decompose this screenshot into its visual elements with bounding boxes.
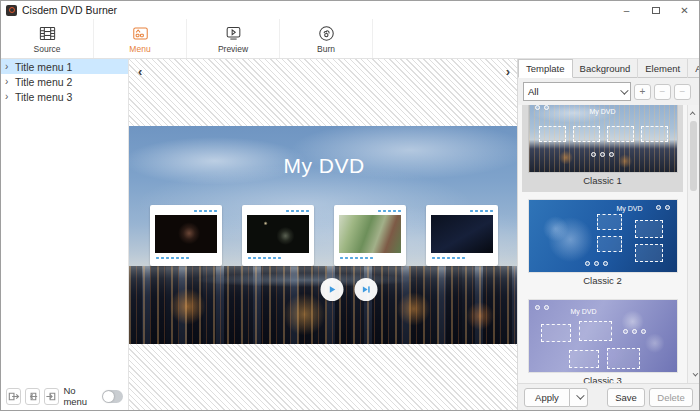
template-list-scrollbar[interactable] [687,105,699,383]
tab-template[interactable]: Template [518,59,573,78]
ornament-dots [431,256,467,260]
toggle-knob [103,391,114,402]
skip-next-icon [361,284,372,295]
video-still [339,215,401,253]
arrow-in-left-icon [26,390,39,403]
sidebar-item-label: Title menu 3 [15,91,72,103]
burn-disc-icon [317,24,336,43]
video-still [431,215,493,253]
remove-template-button-2[interactable]: − [674,84,691,100]
tab-preview-label: Preview [218,44,248,54]
ornament-dots [377,209,401,213]
move-out-button[interactable] [6,388,21,405]
next-page-arrow[interactable]: › [506,65,510,78]
maximize-button[interactable] [641,1,670,19]
tab-element[interactable]: Element [638,59,688,78]
properties-panel: Template Background Element Audio All + … [517,59,699,410]
sidebar-footer: No menu [1,382,128,410]
sidebar-item-label: Title menu 2 [15,76,72,88]
delete-button[interactable]: Delete [649,388,693,407]
scroll-up-arrow[interactable] [688,107,699,119]
film-strip-icon [38,24,57,43]
tab-audio[interactable]: Audio [688,59,700,78]
template-filter-select[interactable]: All [523,82,631,101]
close-button[interactable]: ✕ [670,1,699,19]
panel-footer: Apply Save Delete [518,383,699,410]
template-item-classic-2[interactable]: My DVD Classic 2 [522,195,683,292]
template-name: Classic 1 [527,175,678,187]
template-filter-row: All + − − [518,78,699,105]
expand-chevron-icon[interactable]: › [5,61,15,72]
menu-playback-controls [321,278,378,301]
ornament-dots [339,256,375,260]
menu-editor-canvas: ‹ › My DVD [129,59,519,410]
video-thumbnail-3[interactable] [334,205,406,266]
window-title: Cisdem DVD Burner [22,4,117,16]
mini-menu-title: My DVD [529,108,677,115]
filter-selected-value: All [528,86,539,97]
remove-template-button[interactable]: − [654,84,671,100]
apply-button[interactable]: Apply [524,388,570,407]
ornament-dots [247,256,283,260]
video-thumbnail-2[interactable] [242,205,314,266]
video-thumbnail-4[interactable] [426,205,498,266]
add-template-button[interactable]: + [634,84,651,100]
tab-burn[interactable]: Burn [280,19,373,58]
tab-menu[interactable]: Menu [94,19,187,58]
play-icon [327,284,338,295]
window-controls: – ✕ [612,1,699,19]
template-name: Classic 3 [527,375,678,383]
sidebar-item-title-menu-2[interactable]: › Title menu 2 [1,74,128,89]
panel-tabs: Template Background Element Audio [518,59,699,78]
titlebar: Cisdem DVD Burner – ✕ [1,1,699,19]
template-item-classic-3[interactable]: My DVD Classic 3 [522,295,683,383]
ornament-dots [193,209,217,213]
template-thumbnail: My DVD [529,200,677,272]
move-in-left-button[interactable] [25,388,40,405]
save-button[interactable]: Save [607,388,645,407]
expand-chevron-icon[interactable]: › [5,76,15,87]
template-item-classic-1[interactable]: My DVD Classic 1 [522,105,683,192]
play-button[interactable] [321,278,344,301]
menu-layout-icon [131,24,150,43]
scrollbar-thumb[interactable] [690,121,697,191]
move-in-right-button[interactable] [44,388,59,405]
template-name: Classic 2 [527,275,678,287]
main-toolbar: Source Menu Preview [1,19,699,59]
video-still [247,215,309,253]
no-menu-toggle[interactable] [102,390,123,403]
title-menu-sidebar: › Title menu 1 › Title menu 2 › Title me… [1,59,129,410]
dvd-menu-preview[interactable]: My DVD [129,126,519,344]
apply-dropdown-button[interactable] [570,388,588,407]
preview-monitor-play-icon [224,24,243,43]
next-button[interactable] [355,278,378,301]
sidebar-item-title-menu-3[interactable]: › Title menu 3 [1,89,128,104]
tab-burn-label: Burn [317,44,335,54]
overscan-area-bottom [129,344,519,410]
template-thumbnail: My DVD [529,105,677,172]
minimize-button[interactable]: – [612,1,641,19]
sidebar-item-title-menu-1[interactable]: › Title menu 1 [1,59,128,74]
no-menu-label: No menu [63,385,93,407]
ornament-dots [469,209,493,213]
maximize-icon [652,7,660,14]
app-window: Cisdem DVD Burner – ✕ Source [0,0,700,411]
chevron-down-icon [576,391,584,399]
tab-source[interactable]: Source [1,19,94,58]
ornament-dots [155,256,191,260]
video-thumbnail-1[interactable] [150,205,222,266]
expand-chevron-icon[interactable]: › [5,91,15,102]
ornament-dots [285,209,309,213]
arrow-in-right-icon [45,390,58,403]
scroll-down-arrow[interactable] [688,369,699,381]
mini-menu-title: My DVD [616,205,642,212]
tab-background[interactable]: Background [573,59,639,78]
dvd-menu-title[interactable]: My DVD [129,154,519,178]
prev-page-arrow[interactable]: ‹ [138,65,142,78]
tab-menu-label: Menu [129,44,150,54]
chevron-down-icon [620,86,626,97]
tab-source-label: Source [34,44,61,54]
video-still [155,215,217,253]
app-logo-icon [6,5,17,16]
tab-preview[interactable]: Preview [187,19,280,58]
